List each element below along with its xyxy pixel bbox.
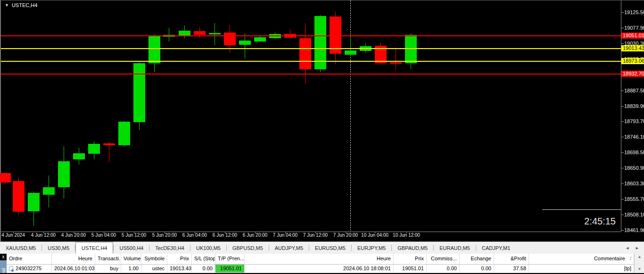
order-row-cell-2[interactable]: buy [95, 265, 121, 273]
candle [390, 62, 402, 64]
sort-indicator-icon: / [630, 256, 631, 261]
price-axis-label: 18793.70 [624, 118, 644, 124]
candle [88, 144, 100, 154]
price-axis-tick [621, 106, 624, 107]
tab-eurjpy-m5[interactable]: EURJPY,M5 [352, 242, 391, 254]
column-header-0[interactable]: Ordre [7, 254, 52, 264]
terminal-side-tab[interactable]: Terminal [0, 260, 7, 273]
candle-wick [396, 48, 396, 69]
price-axis-label: 18839.90 [624, 103, 644, 109]
tab-audjpy-m5[interactable]: AUDJPY,M5 [269, 242, 309, 254]
time-axis-label: 6 Jun 20:00 [243, 232, 267, 238]
chart-symbol-text: USTEC,H4 [12, 2, 37, 8]
candle [13, 181, 25, 212]
column-header-11[interactable]: Echange [460, 254, 494, 264]
tab-tecde30-h4[interactable]: TecDE30,H4 [149, 242, 190, 254]
price-level-line[interactable] [1, 74, 621, 75]
order-row-cell-8[interactable]: 2024.06.10 18:08:01 [245, 265, 394, 273]
price-axis-tick [621, 215, 624, 215]
order-row-cell-1[interactable]: 2024.06.10 01:03:31 [52, 265, 95, 273]
column-header-8[interactable]: Heure [245, 254, 394, 264]
column-header-3[interactable]: Volume [121, 254, 141, 264]
price-axis-label: 19125.50 [624, 9, 644, 15]
price-axis-tick [621, 121, 624, 122]
column-header-7[interactable]: T/P (Pren... [215, 254, 245, 264]
candlestick-chart[interactable]: ▼ USTEC,H4 19125.5019077.9019030.3018982… [0, 0, 644, 241]
price-level-line[interactable] [1, 35, 621, 36]
terminal-panel: x Terminal ▲ ▼ Ordre249032275Heure2024.0… [0, 254, 644, 274]
tab-us30-m5[interactable]: US30,M5 [42, 242, 75, 254]
tab-gbpaud-m5[interactable]: GBPAUD,M5 [392, 242, 433, 254]
time-axis-label: 7 Jun 04:00 [273, 232, 297, 238]
price-axis-label: 19077.90 [624, 25, 644, 31]
candle [133, 63, 145, 122]
tab-ustec-h4[interactable]: USTEC,H4 [75, 242, 113, 254]
time-axis-label: 6 Jun 12:00 [213, 232, 237, 238]
price-axis-tick [621, 43, 624, 44]
column-header-2[interactable]: Transacti... [95, 254, 121, 264]
price-flag-label: 19013.43 [621, 45, 644, 51]
price-axis-tick [621, 168, 624, 168]
column-header-13[interactable]: Commentaire/ [529, 254, 634, 264]
price-axis-tick [621, 12, 624, 13]
order-row-cell-3[interactable]: 1.00 [121, 265, 141, 273]
order-row-cell-11[interactable]: 0.00 [460, 265, 494, 273]
tabs-scroll-right-icon[interactable]: ► [635, 246, 639, 250]
candle [209, 33, 221, 34]
tab-euraud-m5[interactable]: EURAUD,M5 [434, 242, 476, 254]
column-header-1[interactable]: Heure [52, 254, 95, 264]
order-id: 249032275 [16, 266, 41, 271]
price-axis-label: 18555.70 [624, 196, 644, 202]
candle [299, 38, 311, 69]
tab-xauusd-m5[interactable]: XAUUSD,M5 [0, 242, 41, 254]
price-flag-label: 18932.70 [621, 71, 644, 77]
column-header-6[interactable]: S/L (Stop... [192, 254, 215, 264]
tab-eurusd-m5[interactable]: EURUSD,M5 [309, 242, 351, 254]
tabs-scroll-left-icon[interactable]: ◄ [625, 246, 629, 250]
column-header-10[interactable]: Commiss... [427, 254, 460, 264]
column-header-5[interactable]: Prix [167, 254, 192, 264]
time-axis-label: 10 Jun 12:00 [393, 232, 420, 238]
candle-wick [245, 33, 245, 58]
chevron-down-icon[interactable]: ▼ [5, 3, 9, 8]
order-row-cell-7[interactable]: 19051.01 [215, 265, 245, 273]
order-row-cell-4[interactable]: ustec [141, 265, 167, 273]
price-axis-tick [621, 199, 624, 199]
order-row-cell-12[interactable]: 37.58 [494, 265, 529, 273]
order-document-icon [9, 266, 13, 271]
tab-gbpusd-m5[interactable]: GBPUSD,M5 [227, 242, 269, 254]
tab-cadjpy-m1[interactable]: CADJPY,M1 [476, 242, 516, 254]
candle [0, 173, 11, 183]
order-row-cell-13[interactable]: [tp] [529, 265, 634, 273]
order-row-cell-6[interactable]: 0.00 [192, 265, 215, 273]
price-axis-tick [621, 91, 624, 91]
chart-symbol-label: ▼ USTEC,H4 [5, 2, 37, 8]
order-row-cell-9[interactable]: 19051.01 [394, 265, 427, 273]
candle [103, 143, 115, 145]
time-axis-label: 5 Jun 04:00 [91, 232, 116, 238]
price-axis-label: 18746.10 [624, 134, 644, 140]
clock-panel-border [542, 209, 621, 210]
price-axis-tick [621, 28, 624, 28]
terminal-scrollbar[interactable]: ▲ ▼ [634, 254, 644, 273]
tab-uk100-m5[interactable]: UK100,M5 [190, 242, 226, 254]
tab-scroll-arrows: ◄► [625, 242, 644, 254]
close-icon[interactable]: x [0, 254, 7, 260]
order-row-cell-10[interactable]: 0.00 [427, 265, 460, 273]
order-row-cell-5[interactable]: 19013.43 [167, 265, 192, 273]
scroll-up-icon[interactable]: ▲ [635, 255, 644, 259]
price-axis-label: 18698.50 [624, 149, 644, 155]
candle [28, 193, 40, 211]
column-header-9[interactable]: Prix [394, 254, 427, 264]
price-level-line[interactable] [1, 48, 621, 49]
candle [224, 33, 236, 45]
candle [179, 31, 190, 35]
scroll-down-icon[interactable]: ▼ [635, 267, 644, 271]
order-row-cell-0[interactable]: 249032275 [7, 265, 52, 273]
price-axis-label: 18650.90 [624, 165, 644, 171]
column-header-4[interactable]: Symbole [141, 254, 167, 264]
column-header-12[interactable]: &Profit [494, 254, 529, 264]
tab-us500-h4[interactable]: US500,H4 [114, 242, 149, 254]
price-axis-label: 18887.50 [624, 88, 644, 93]
price-level-line[interactable] [1, 61, 621, 62]
